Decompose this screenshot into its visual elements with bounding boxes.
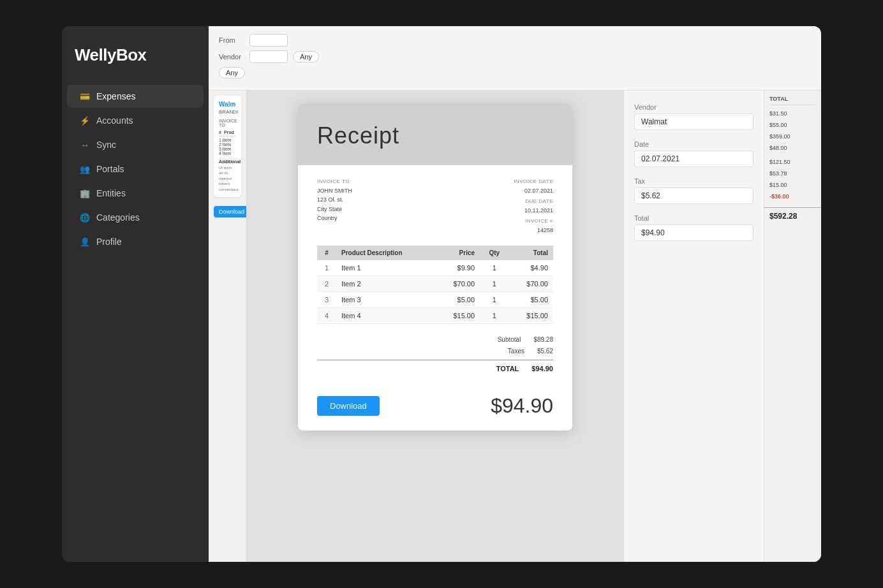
list-card-invoice-to: INVOICE TO: [219,119,236,128]
item-total: $4.90 [509,260,553,276]
item-qty: 1 [480,307,509,323]
receipt-items: 1 Item 1 $9.90 1 $4.90 2 Item 2 $70.00 1… [317,260,553,324]
list-card-branding: BRANDI [219,109,236,115]
vendor-label: Vendor [219,53,244,61]
tax-field: Tax [634,177,753,204]
sync-icon: ↔ [80,140,90,150]
summary-rows: $31.50 $55.00 $359.00 $48.00 $121.50 $53… [769,108,816,202]
total-field-label: Total [634,214,753,222]
sidebar-label-expenses: Expenses [96,91,135,101]
sidebar-item-sync[interactable]: ↔ Sync [67,133,204,156]
sidebar-item-portals[interactable]: 👥 Portals [67,158,204,180]
receipt-title: Receipt [317,122,553,149]
sidebar-item-profile[interactable]: 👤 Profile [67,230,204,253]
item-qty: 1 [480,291,509,307]
receipt-invoice-info: INVOICE DATE 02.07.2021 DUE DATE 10.11.2… [514,178,553,235]
taxes-line: Taxes $5.62 [317,346,553,357]
filter-bar: From Vendor Any Any [209,26,821,91]
receipt-footer: Download $94.90 [298,388,572,418]
invoice-to-label: INVOICE TO [317,178,352,186]
due-date-label: DUE DATE [514,198,553,206]
table-row: 1 Item 1 $9.90 1 $4.90 [317,260,553,276]
invoice-to-city: City State [317,205,352,214]
item-total: $5.00 [509,291,553,307]
list-card-additional: Additional [219,159,236,164]
date-field-input[interactable] [634,151,753,167]
summary-row-5: $121.50 [769,156,816,168]
invoice-to-country: Country [317,214,352,223]
sidebar-label-categories: Categories [96,212,140,223]
download-button[interactable]: Download [317,396,380,416]
any-filter-pill[interactable]: Any [219,67,245,78]
receipt-table: # Product Description Price Qty Total 1 … [317,246,553,324]
item-qty: 1 [480,260,509,276]
receipt-modal: Receipt INVOICE TO JOHN SMITH 123 Ol. st… [298,103,572,430]
item-description: Item 3 [336,291,436,307]
list-item-4: 4 Item [219,151,236,156]
sidebar-label-portals: Portals [96,164,124,174]
left-panel: Walm BRANDI INVOICE TO: #Prod 1 Item 2 I… [209,91,247,562]
invoice-date-value: 02.07.2021 [514,186,553,195]
table-row: 3 Item 3 $5.00 1 $5.00 [317,291,553,307]
tax-field-label: Tax [634,177,753,185]
receipt-body: INVOICE TO JOHN SMITH 123 Ol. st. City S… [298,165,572,388]
summary-row-2: $55.00 [769,119,816,131]
item-num: 1 [317,260,336,276]
col-qty: Qty [480,246,509,260]
sidebar-label-profile: Profile [96,237,122,247]
total-field-input[interactable] [634,224,753,241]
grand-total-line: TOTAL $94.90 [317,360,553,376]
profile-icon: 👤 [80,237,90,247]
list-card[interactable]: Walm BRANDI INVOICE TO: #Prod 1 Item 2 I… [214,96,241,197]
summary-grand-total: $592.28 [764,207,821,224]
accounts-icon: ⚡ [80,115,90,126]
item-description: Item 1 [336,260,436,276]
left-download-button[interactable]: Download [214,206,247,217]
item-qty: 1 [480,276,509,291]
col-num: # [317,246,336,260]
invoice-num-value: 14258 [514,226,553,235]
item-total: $70.00 [509,276,553,291]
item-total: $15.00 [509,307,553,323]
item-num: 2 [317,276,336,291]
item-description: Item 4 [336,307,436,323]
expenses-icon: 💳 [80,91,90,101]
categories-icon: 🌐 [80,212,90,223]
col-total: Total [509,246,553,260]
invoice-num-label: INVOICE # [514,217,553,226]
main-content: From Vendor Any Any Walm BRANDI INVOICE … [209,26,821,562]
vendor-field-input[interactable] [634,114,753,130]
content-split: Walm BRANDI INVOICE TO: #Prod 1 Item 2 I… [209,91,821,562]
date-from-input[interactable] [249,34,288,47]
receipt-totals: Subtotal $89.28 Taxes $5.62 TOTAL $94.90 [317,334,553,376]
summary-row-8: -$36.00 [769,191,816,202]
app-logo: WellyBox [62,39,209,84]
summary-row-7: $15.00 [769,179,816,191]
sidebar-item-expenses[interactable]: 💳 Expenses [67,85,204,108]
vendor-input[interactable] [249,50,288,63]
item-price: $70.00 [436,276,480,291]
invoice-date-label: INVOICE DATE [514,178,553,186]
receipt-info-row: INVOICE TO JOHN SMITH 123 Ol. st. City S… [317,178,553,235]
taxes-label: Taxes [508,346,524,357]
invoice-to-name: JOHN SMITH [317,186,352,195]
any-pill[interactable]: Any [293,51,319,62]
summary-row-4: $48.00 [769,142,816,154]
left-download-bar: Download [209,202,246,220]
vendor-field: Vendor [634,103,753,130]
sidebar-item-categories[interactable]: 🌐 Categories [67,206,204,229]
sidebar-item-accounts[interactable]: ⚡ Accounts [67,109,204,132]
total-field: Total [634,214,753,241]
sidebar: WellyBox 💳 Expenses ⚡ Accounts ↔ Sync 👥 … [62,26,209,562]
item-price: $15.00 [436,307,480,323]
sidebar-item-entities[interactable]: 🏢 Entities [67,182,204,205]
table-row: 2 Item 2 $70.00 1 $70.00 [317,276,553,291]
summary-row-1: $31.50 [769,108,816,119]
portals-icon: 👥 [80,164,90,174]
col-description: Product Description [336,246,436,260]
vendor-field-label: Vendor [634,103,753,111]
total-label: TOTAL [496,363,519,376]
list-card-vendor: Walm [219,101,236,108]
list-item-3: 3 Item [219,147,236,151]
tax-field-input[interactable] [634,187,753,204]
